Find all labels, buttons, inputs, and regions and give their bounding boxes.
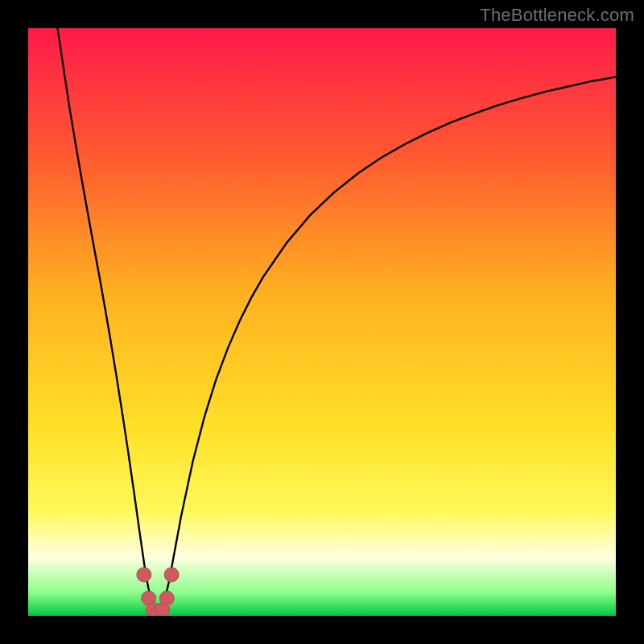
watermark-text: TheBottleneck.com	[480, 5, 634, 26]
outer-frame: TheBottleneck.com	[0, 0, 644, 644]
marker-point	[159, 591, 174, 605]
plot-area	[28, 28, 616, 616]
marker-point	[137, 568, 151, 582]
gradient-background	[28, 28, 616, 616]
marker-point	[164, 568, 179, 582]
chart-svg	[28, 28, 616, 616]
